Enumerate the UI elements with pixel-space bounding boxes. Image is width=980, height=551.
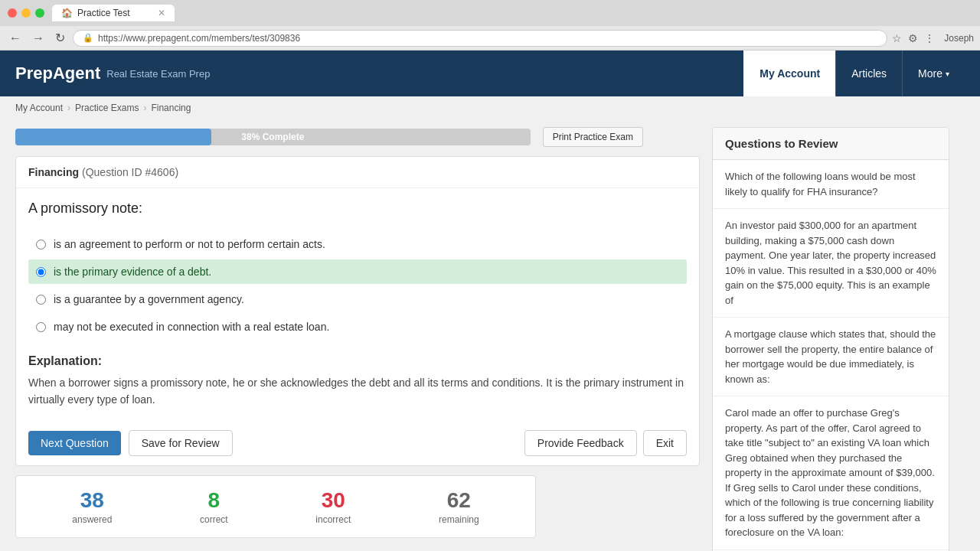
print-practice-exam-button[interactable]: Print Practice Exam: [543, 127, 643, 147]
user-label: Joseph: [944, 33, 974, 44]
answer-text-4: may not be executed in connection with a…: [54, 321, 329, 333]
tab-close-button[interactable]: ✕: [158, 8, 165, 18]
action-bar: Next Question Save for Review Provide Fe…: [16, 421, 699, 465]
stat-remaining-label: remaining: [439, 514, 479, 525]
browser-nav-bar: ← → ↻ 🔒 https://www.prepagent.com/member…: [0, 26, 980, 50]
address-bar[interactable]: 🔒 https://www.prepagent.com/members/test…: [73, 30, 887, 47]
answer-option-2[interactable]: is the primary evidence of a debt.: [28, 259, 687, 284]
browser-window-controls: [8, 8, 44, 18]
breadcrumb: My Account › Practice Exams › Financing: [0, 96, 980, 119]
stat-incorrect-label: incorrect: [315, 514, 351, 525]
extensions-icon[interactable]: ⚙: [908, 32, 918, 44]
answer-text-2: is the primary evidence of a debt.: [54, 266, 211, 278]
stat-correct: 8 correct: [200, 488, 228, 525]
nav-item-more[interactable]: More ▾: [902, 51, 965, 96]
review-panel: Questions to Review Which of the followi…: [712, 127, 949, 551]
answer-radio-3[interactable]: [36, 295, 46, 305]
answer-option-4[interactable]: may not be executed in connection with a…: [28, 315, 687, 339]
question-body: A promissory note: is an agreement to pe…: [16, 188, 699, 354]
stat-remaining-value: 62: [439, 488, 479, 513]
review-question-1[interactable]: Which of the following loans would be mo…: [713, 160, 949, 209]
stat-answered-label: answered: [72, 514, 112, 525]
browser-tab[interactable]: 🏠 Practice Test ✕: [52, 5, 175, 21]
minimize-window-button[interactable]: [21, 8, 31, 18]
right-action-buttons: Provide Feedback Exit: [524, 430, 687, 456]
breadcrumb-practice-exams[interactable]: Practice Exams: [75, 103, 139, 113]
menu-icon[interactable]: ⋮: [924, 32, 935, 44]
answer-radio-4[interactable]: [36, 322, 46, 332]
stat-answered: 38 answered: [72, 488, 112, 525]
left-column: 38% Complete Print Practice Exam Financi…: [15, 127, 700, 551]
progress-bar-track: 38% Complete: [15, 129, 531, 145]
question-card: Financing (Question ID #4606) A promisso…: [15, 156, 700, 466]
review-question-3[interactable]: A mortgage clause which states that, sho…: [713, 318, 949, 396]
progress-bar-fill: [15, 129, 211, 145]
browser-titlebar: 🏠 Practice Test ✕: [0, 0, 980, 26]
stats-card: 38 answered 8 correct 30 incorrect 62 re…: [15, 475, 536, 538]
nav-item-articles[interactable]: Articles: [835, 51, 902, 96]
secure-icon: 🔒: [83, 33, 93, 43]
back-button[interactable]: ←: [6, 30, 24, 47]
browser-chrome: 🏠 Practice Test ✕ ← → ↻ 🔒 https://www.pr…: [0, 0, 980, 51]
save-for-review-button[interactable]: Save for Review: [129, 430, 233, 456]
provide-feedback-button[interactable]: Provide Feedback: [524, 430, 637, 456]
nav-item-my-account[interactable]: My Account: [743, 51, 835, 96]
answer-radio-2[interactable]: [36, 267, 46, 277]
review-question-4[interactable]: Carol made an offer to purchase Greg's p…: [713, 396, 949, 550]
question-text: A promissory note:: [28, 201, 687, 217]
stat-incorrect-value: 30: [315, 488, 351, 513]
stat-remaining: 62 remaining: [439, 488, 479, 525]
stat-incorrect: 30 incorrect: [315, 488, 351, 525]
exit-button[interactable]: Exit: [643, 430, 687, 456]
address-text: https://www.prepagent.com/members/test/3…: [98, 33, 300, 44]
breadcrumb-financing[interactable]: Financing: [151, 103, 191, 113]
answer-text-1: is an agreement to perform or not to per…: [54, 238, 325, 250]
answer-radio-1[interactable]: [36, 240, 46, 249]
reload-button[interactable]: ↻: [52, 29, 68, 47]
stat-correct-value: 8: [200, 488, 228, 513]
stat-answered-value: 38: [72, 488, 112, 513]
forward-button[interactable]: →: [29, 30, 47, 47]
review-panel-header: Questions to Review: [713, 128, 949, 160]
right-column: Questions to Review Which of the followi…: [712, 127, 949, 551]
site-nav: My Account Articles More ▾: [743, 51, 965, 96]
progress-label: 38% Complete: [241, 132, 304, 142]
question-header: Financing (Question ID #4606): [16, 157, 699, 188]
star-icon[interactable]: ☆: [892, 32, 902, 44]
explanation-section: Explanation: When a borrower signs a pro…: [16, 354, 699, 421]
next-question-button[interactable]: Next Question: [28, 431, 121, 455]
stat-correct-label: correct: [200, 514, 228, 525]
tab-title: Practice Test: [77, 8, 129, 18]
close-window-button[interactable]: [8, 8, 17, 18]
answer-option-3[interactable]: is a guarantee by a government agency.: [28, 287, 687, 311]
explanation-text: When a borrower signs a promissory note,…: [28, 374, 687, 409]
answer-option-1[interactable]: is an agreement to perform or not to per…: [28, 232, 687, 256]
explanation-title: Explanation:: [28, 354, 687, 368]
maximize-window-button[interactable]: [35, 8, 44, 18]
browser-nav-icons: ☆ ⚙ ⋮ Joseph: [892, 32, 974, 44]
site-logo[interactable]: PrepAgent: [15, 64, 100, 83]
answer-text-3: is a guarantee by a government agency.: [54, 293, 244, 305]
print-area: Print Practice Exam: [543, 127, 643, 147]
question-category: Financing: [28, 166, 79, 178]
question-id: (Question ID #4606): [82, 166, 178, 178]
tab-favicon: 🏠: [61, 8, 73, 18]
site-header: PrepAgent Real Estate Exam Prep My Accou…: [0, 51, 980, 96]
review-question-2[interactable]: An investor paid $300,000 for an apartme…: [713, 209, 949, 318]
breadcrumb-my-account[interactable]: My Account: [15, 103, 63, 113]
breadcrumb-sep-1: ›: [67, 103, 70, 113]
more-dropdown-arrow-icon: ▾: [946, 70, 949, 78]
site-tagline: Real Estate Exam Prep: [106, 68, 210, 80]
breadcrumb-sep-2: ›: [143, 103, 146, 113]
main-content: 38% Complete Print Practice Exam Financi…: [0, 119, 965, 551]
